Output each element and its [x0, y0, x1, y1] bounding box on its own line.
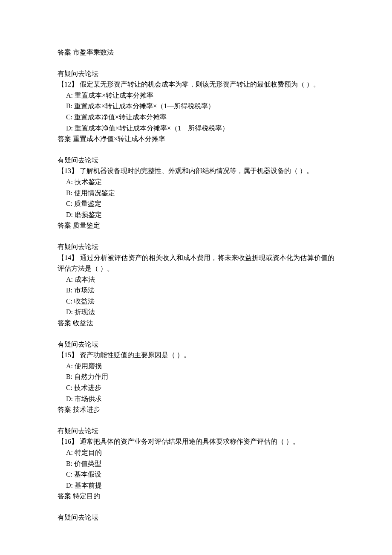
answer-line: 答案 重置成本净值×转让成本分摊率 [58, 133, 334, 145]
option: B: 使用情况鉴定 [58, 188, 334, 199]
option: A: 技术鉴定 [58, 176, 334, 188]
forum-link: 有疑问去论坛 [58, 241, 334, 252]
option: D: 基本前提 [58, 480, 334, 491]
option: C: 质量鉴定 [58, 198, 334, 209]
option: B: 自然力作用 [58, 371, 334, 382]
option: B: 市场法 [58, 285, 334, 296]
question-block: 有疑问去论坛【12】 假定某无形资产转让的机会成本为零，则该无形资产转让的最低收… [58, 68, 334, 145]
option: D: 市场供求 [58, 393, 334, 405]
answer-value: 市盈率乘数法 [73, 49, 114, 56]
forum-link: 有疑问去论坛 [58, 339, 334, 350]
answer-line: 答案 技术进步 [58, 404, 334, 415]
question-text: 【13】 了解机器设备现时的完整性、外观和内部结构情况等，属于机器设备的（ ）。 [58, 165, 334, 176]
forum-link-trailing: 有疑问去论坛 [58, 512, 334, 523]
option: A: 重置成本×转让成本分摊率 [58, 90, 334, 101]
option: A: 使用磨损 [58, 361, 334, 372]
option: D: 重置成本净值×转让成本分摊率×（1—所得税税率） [58, 123, 334, 134]
option: A: 成本法 [58, 274, 334, 285]
question-text: 【14】 通过分析被评估资产的相关收入和成本费用，将未来收益折现或资本化为估算价… [58, 252, 334, 274]
option: C: 重置成本净值×转让成本分摊率 [58, 112, 334, 123]
question-block: 有疑问去论坛【13】 了解机器设备现时的完整性、外观和内部结构情况等，属于机器设… [58, 155, 334, 231]
question-block: 有疑问去论坛【15】 资产功能性贬值的主要原因是（ ）。A: 使用磨损B: 自然… [58, 339, 334, 415]
intro-answer: 答案 市盈率乘数法 [58, 47, 334, 58]
forum-link: 有疑问去论坛 [58, 155, 334, 166]
option: C: 基本假设 [58, 469, 334, 480]
option: D: 磨损鉴定 [58, 209, 334, 220]
option: D: 折现法 [58, 306, 334, 318]
option: A: 特定目的 [58, 447, 334, 458]
answer-label: 答案 [58, 49, 71, 56]
option: C: 收益法 [58, 296, 334, 307]
answer-line: 答案 收益法 [58, 318, 334, 329]
question-text: 【15】 资产功能性贬值的主要原因是（ ）。 [58, 350, 334, 361]
forum-link: 有疑问去论坛 [58, 425, 334, 436]
question-block: 有疑问去论坛【16】 通常把具体的资产业务对评估结果用途的具体要求称作资产评估的… [58, 425, 334, 502]
answer-line: 答案 特定目的 [58, 491, 334, 502]
option: B: 价值类型 [58, 458, 334, 469]
answer-line: 答案 质量鉴定 [58, 220, 334, 231]
question-text: 【16】 通常把具体的资产业务对评估结果用途的具体要求称作资产评估的（ ）。 [58, 436, 334, 447]
question-block: 有疑问去论坛【14】 通过分析被评估资产的相关收入和成本费用，将未来收益折现或资… [58, 241, 334, 329]
option: B: 重置成本×转让成本分摊率×（1—所得税税率） [58, 101, 334, 112]
option: C: 技术进步 [58, 382, 334, 393]
forum-link: 有疑问去论坛 [58, 68, 334, 79]
question-text: 【12】 假定某无形资产转让的机会成本为零，则该无形资产转让的最低收费额为（ ）… [58, 79, 334, 90]
